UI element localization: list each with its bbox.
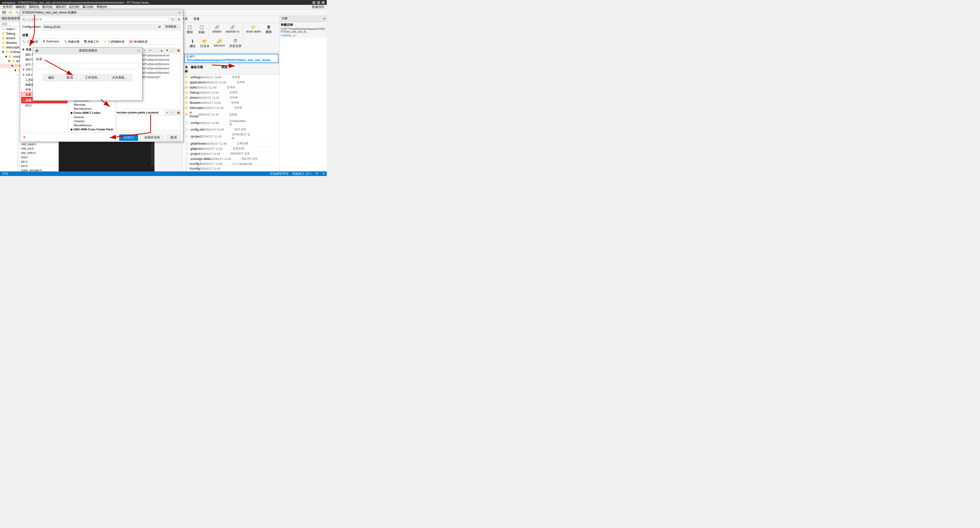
file-rtthread-folder[interactable]: 📁rt-thread 2024/1/17 11:43 文件夹 <box>183 111 280 119</box>
menu-run[interactable]: 运行(R) <box>67 5 81 9</box>
menu-help[interactable]: 帮助(H) <box>95 5 108 9</box>
maximize-button[interactable]: □ <box>317 1 320 4</box>
tool-history[interactable]: ⏱ 历史记录 <box>228 38 243 52</box>
toolbar-btn-2[interactable]: 📂 <box>8 10 14 15</box>
add-dir-cancel-btn[interactable]: 取消 <box>61 74 78 81</box>
subtab-error[interactable]: ❌ 错误解析器 <box>127 39 150 44</box>
file-gitignore[interactable]: 📄.gitignore 2024/1/17 11:42 文本文档 <box>183 146 280 151</box>
file-linkscripts-folder[interactable]: 📁linkscripts 2024/1/17 11:43 文件夹 <box>183 105 280 111</box>
tool-copy[interactable]: 📋 复制 <box>184 24 195 38</box>
add-dir-confirm-btn[interactable]: 确定 <box>43 74 60 81</box>
include-export-btn[interactable]: 📤 <box>176 48 181 52</box>
add-dir-label: 目录: <box>36 57 139 62</box>
props-filter-input[interactable] <box>21 17 169 22</box>
settings-label: 设置 <box>22 33 28 37</box>
file-gitattributes[interactable]: 📄.gitattributes 2024/1/17 11:42 文本文档 <box>183 141 280 146</box>
subtab-build-steps[interactable]: 🔨 构建步骤 <box>62 39 82 44</box>
tree-file-pulseencoder[interactable]: 📄 pulse_encoder.h <box>0 168 59 171</box>
tree-file-phy[interactable]: 📄 phy.h <box>0 155 59 159</box>
add-dir-title[interactable]: ➕ 添加目录路径 ✕ <box>33 48 142 54</box>
manage-config-btn[interactable]: 管理配置... <box>163 24 181 29</box>
file-config-old[interactable]: 📄.config.old 2024/1/17 11:43 OLD 文件 <box>183 127 280 132</box>
tool-paste-shortcut[interactable]: 🔗 粘贴快捷方式 <box>224 24 241 38</box>
props-mcu[interactable]: MCU <box>21 103 67 107</box>
menu-edit[interactable]: 编辑(E) <box>14 5 27 9</box>
ribbon-tab-view[interactable]: 查看 <box>191 16 202 22</box>
subtab-toolchains[interactable]: ⚙ Toolchains <box>40 39 62 44</box>
subtab-tools[interactable]: 🔧 工具设置 <box>20 39 40 44</box>
include-del-btn[interactable]: − <box>153 48 159 52</box>
menu-window[interactable]: 窗口(W) <box>81 5 95 9</box>
menu-source[interactable]: 源码(S) <box>27 5 41 9</box>
add-dir-workspace-btn[interactable]: 工作空间... <box>80 74 105 81</box>
file-config[interactable]: 📄.config 2024/1/17 14:00 Configuration 里… <box>183 119 280 127</box>
include-down-btn[interactable]: ▼ <box>165 48 170 52</box>
minimize-button[interactable]: ─ <box>312 1 315 4</box>
properties-dialog-title[interactable]: STM32H743iixx_test_uart_dome 的属性 ✕ <box>20 10 183 16</box>
file-libraries-folder[interactable]: 📁libraries 2024/1/17 11:42 文件夹 <box>183 100 280 105</box>
tool-delete[interactable]: 🗑 删除 <box>263 24 275 38</box>
config-select[interactable]: Debug [活动] <box>42 24 162 29</box>
include-workspace-btn[interactable]: 📁 <box>170 48 175 52</box>
system-add-btn[interactable]: + <box>165 110 170 115</box>
tool-linker-libraries[interactable]: Libraries <box>70 119 115 123</box>
settings-header: 设置 <box>20 32 183 39</box>
tool-cross-linker[interactable]: ▶ Cross ARM C Linker <box>70 111 115 115</box>
menu-file[interactable]: 文件(F) <box>1 5 14 9</box>
tree-file-phydmio[interactable]: 📄 phy_mdio.h <box>0 151 59 155</box>
tool-copy-path[interactable]: 🔗 复制路径 <box>211 24 223 38</box>
file-build[interactable]: 📁build 2024/1/17 11:43 文件夹 <box>183 85 280 90</box>
tool-paste[interactable]: 📋 粘贴 <box>196 24 207 38</box>
apply-close-btn[interactable]: 应用并关闭 <box>140 135 164 141</box>
add-dir-close-btn[interactable]: ✕ <box>137 49 140 53</box>
file-drivers-folder[interactable]: 📁drivers 2024/1/17 11:42 文件夹 <box>183 95 280 100</box>
subtab-artifacts[interactable]: 🏗 构建工件 <box>82 39 101 44</box>
tool-properties[interactable]: ℹ 属性 <box>187 38 198 52</box>
tool-flash-image[interactable]: ▶ GNU ARM Cross Create Flash Image <box>70 127 115 132</box>
tool-move-to[interactable]: 📁 移动到 复制到 <box>245 24 262 38</box>
file-project[interactable]: 📄.project 2024/1/17 11:43 PROJECT 文件 <box>183 151 280 156</box>
status-right: 开始探智写写 智能插入 22:1 中 S <box>270 172 325 176</box>
outline-icons: ≡ <box>323 17 325 21</box>
cancel-btn[interactable]: 取消 <box>166 135 181 141</box>
col-type: 类型 <box>221 65 242 74</box>
file-cconfigh[interactable]: 📄cconfig.h 2024/1/17 11:43 C++ Header fi… <box>183 162 280 166</box>
help-icon[interactable]: ❓ <box>22 136 26 140</box>
tool-c-misc[interactable]: Miscellaneous <box>70 106 115 111</box>
file-sconsign[interactable]: 📄.sconsign.dblite 2024/1/17 11:43 DBLITE… <box>183 156 280 162</box>
include-edit-btn[interactable]: ✏ <box>148 48 153 52</box>
tool-easy-access[interactable]: 🔑 轻松访问▼ <box>212 38 227 52</box>
tool-linker-general[interactable]: General <box>70 115 115 119</box>
file-path-input[interactable]: D:\RT-ThreadStudio\workspace\STM32H743ii… <box>184 54 278 63</box>
properties-close-button[interactable]: ✕ <box>178 11 181 15</box>
system-export-btn[interactable]: 📤 <box>176 110 181 115</box>
menu-project[interactable]: 项目(P) <box>54 5 67 9</box>
tree-file-pin[interactable]: 📄 pin.h <box>0 159 59 164</box>
apply-btn[interactable]: 应用(A) <box>119 135 138 141</box>
file-kconfig[interactable]: 📄Kconfig 2024/1/17 11:43 <box>183 166 280 171</box>
toolbar-btn-1[interactable]: 💾 <box>1 10 7 15</box>
file-settings[interactable]: 📁.settings 2024/1/17 14:00 文件夹 <box>183 75 280 80</box>
close-button[interactable]: ✕ <box>321 1 325 4</box>
filter-expand-btn[interactable]: ▼ <box>176 17 182 22</box>
file-debug-folder[interactable]: 📁Debug 2024/1/17 11:51 文件夹 <box>183 90 280 95</box>
include-add-btn[interactable]: + <box>142 48 147 52</box>
tool-open[interactable]: 📂 打开▼ <box>199 38 212 52</box>
system-paths-label: Include system paths (-system) <box>117 111 159 114</box>
tool-c-warnings[interactable]: Warnings <box>70 103 115 106</box>
toolbar-btn-3[interactable]: 🔧 <box>14 10 21 15</box>
menu-view[interactable]: 显示(N) <box>41 5 54 9</box>
filter-clear-btn[interactable]: ✕ <box>170 17 175 22</box>
file-cproject[interactable]: 📄.cproject 2024/1/17 11:43 CPROJECT 文件 <box>183 132 280 141</box>
tree-file-mtdnor[interactable]: 📄 mtd_nor.h <box>0 146 59 151</box>
tree-file-pm[interactable]: 📄 pm.h <box>0 164 59 168</box>
file-applications[interactable]: 📁applications 2024/1/17 11:42 文件夹 <box>183 80 280 85</box>
include-up-btn[interactable]: ▲ <box>159 48 164 52</box>
system-del-btn[interactable]: − <box>170 110 175 115</box>
tree-file-mtdnand[interactable]: 📄 mtd_nand.h <box>0 142 59 146</box>
add-dir-filesystem-btn[interactable]: 文件系统... <box>107 74 132 81</box>
subtab-binary[interactable]: ⚡ 二进制解析器 <box>101 39 127 44</box>
tool-linker-misc[interactable]: Miscellaneous <box>70 123 115 127</box>
add-dir-input[interactable] <box>36 63 139 69</box>
status-bar: 可写 开始探智写写 智能插入 22:1 中 S <box>0 171 327 176</box>
